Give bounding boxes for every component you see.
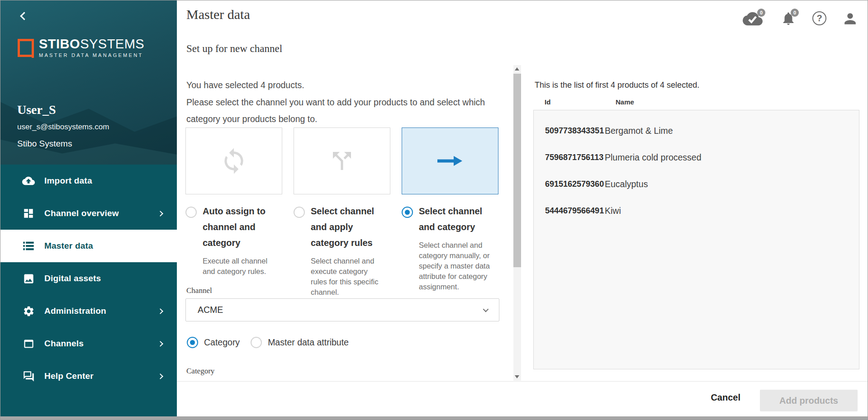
channel-field-label: Channel	[186, 286, 212, 295]
sidebar-item-administration[interactable]: Administration	[0, 295, 177, 327]
section-subtitle: Set up for new channel	[186, 43, 282, 55]
option-auto-assign[interactable]: Auto assign to channel and category Exec…	[185, 203, 294, 297]
product-id: 7596871756113	[534, 153, 605, 162]
card-select-channel-category[interactable]	[402, 127, 498, 194]
scrollbar-up-arrow-icon[interactable]	[515, 67, 519, 71]
sidebar-menu: Import data Channel overview Master data	[0, 165, 177, 392]
product-name: Eucalyptus	[605, 179, 648, 189]
stibo-systems-logo: STIBOSYSTEMS MASTER DATA MANAGEMENT	[18, 38, 144, 58]
vertical-scrollbar[interactable]	[513, 65, 521, 381]
option-title: Auto assign to channel and category	[203, 203, 274, 251]
sync-icon	[220, 147, 248, 175]
table-row: 7596871756113 Plumeria cold processed	[534, 144, 859, 171]
help-icon[interactable]: ?	[812, 11, 826, 25]
chevron-right-icon	[157, 308, 163, 314]
logo-brand-bold: STIBO	[39, 37, 80, 51]
radio-unselected-icon[interactable]	[251, 337, 262, 348]
product-id: 6915162579360	[534, 179, 605, 189]
help-glyph: ?	[812, 11, 826, 25]
sidebar: STIBOSYSTEMS MASTER DATA MANAGEMENT User…	[0, 0, 177, 417]
product-name: Plumeria cold processed	[605, 152, 702, 163]
table-row: 6915162579360 Eucalyptus	[534, 171, 859, 198]
page-title: Master data	[186, 7, 250, 22]
mode-option-label[interactable]: Category	[204, 337, 240, 348]
radio-selected-icon[interactable]	[187, 337, 198, 348]
user-name: User_S	[17, 103, 56, 117]
sidebar-item-label: Import data	[44, 176, 162, 186]
option-title: Select channel and category	[419, 203, 498, 235]
sync-status-cloud-icon[interactable]: 0	[743, 10, 763, 27]
sidebar-item-import-data[interactable]: Import data	[0, 165, 177, 197]
option-description: Select channel and execute category rule…	[311, 256, 382, 297]
radio-unselected-icon[interactable]	[294, 207, 305, 218]
option-title: Select channel and apply category rules	[311, 203, 382, 251]
dashboard-grid-icon	[22, 207, 35, 220]
notification-badge: 0	[791, 9, 799, 17]
chevron-down-icon	[483, 307, 489, 312]
cloud-upload-icon	[22, 175, 35, 187]
scrollbar-down-arrow-icon[interactable]	[515, 375, 519, 378]
image-icon	[22, 272, 35, 285]
add-products-button[interactable]: Add products	[760, 390, 858, 411]
option-description: Select channel and category manually, or…	[419, 240, 498, 292]
app-window: STIBOSYSTEMS MASTER DATA MANAGEMENT User…	[0, 0, 868, 420]
column-header-name: Name	[616, 98, 634, 106]
sidebar-item-master-data[interactable]: Master data	[0, 230, 177, 262]
option-select-channel-category[interactable]: Select channel and category Select chann…	[402, 203, 510, 297]
footer-action-bar: Cancel Add products	[177, 381, 868, 417]
user-organization: Stibo Systems	[17, 139, 72, 149]
card-auto-assign[interactable]	[185, 127, 282, 194]
product-name: Kiwi	[605, 206, 621, 216]
channel-dropdown[interactable]: ACME	[185, 298, 499, 321]
sidebar-item-label: Channel overview	[44, 208, 158, 218]
table-row: 5444679566491 Kiwi	[534, 198, 859, 224]
status-badge: 0	[757, 9, 765, 17]
sidebar-item-help-center[interactable]: Help Center	[0, 360, 177, 392]
intro-line: category your products belong to.	[186, 111, 485, 128]
notifications-bell-icon[interactable]: 0	[781, 10, 796, 27]
option-description: Execute all channel and category rules.	[203, 256, 274, 277]
table-row: 5097738343351 Bergamot & Lime	[534, 118, 859, 144]
sidebar-item-channel-overview[interactable]: Channel overview	[0, 197, 177, 230]
scrollbar-thumb[interactable]	[513, 74, 521, 267]
category-mode-radio-group: Category Master data attribute	[187, 337, 349, 348]
mode-option-label[interactable]: Master data attribute	[268, 337, 349, 348]
assignment-radio-group: Auto assign to channel and category Exec…	[185, 203, 510, 297]
sidebar-item-digital-assets[interactable]: Digital assets	[0, 262, 177, 295]
assignment-option-cards	[185, 127, 498, 194]
product-id: 5444679566491	[534, 206, 605, 216]
sidebar-item-label: Digital assets	[44, 274, 162, 283]
logo-tagline: MASTER DATA MANAGEMENT	[39, 52, 144, 58]
setup-scroll-area: You have selected 4 products. Please sel…	[177, 65, 513, 381]
category-field-label: Category	[186, 367, 214, 376]
split-arrow-icon	[328, 147, 356, 175]
sidebar-item-label: Administration	[44, 306, 158, 316]
option-apply-category-rules[interactable]: Select channel and apply category rules …	[294, 203, 402, 297]
logo-brand: STIBOSYSTEMS	[39, 38, 144, 51]
column-header-id: Id	[545, 98, 550, 106]
data-list-icon	[22, 240, 35, 252]
product-list-summary: This is the list of first 4 products of …	[535, 80, 699, 90]
channel-dropdown-value: ACME	[198, 305, 223, 315]
intro-line: Please select the channel you want to ad…	[186, 94, 485, 111]
logo-square-icon	[18, 39, 34, 57]
window-card-icon	[22, 337, 35, 350]
sidebar-item-channels[interactable]: Channels	[0, 327, 177, 360]
cancel-button[interactable]: Cancel	[711, 392, 740, 403]
sidebar-item-label: Master data	[44, 241, 162, 251]
user-email: user_s@stibosystems.com	[17, 123, 109, 132]
radio-selected-icon[interactable]	[402, 207, 413, 218]
product-name: Bergamot & Lime	[605, 126, 673, 136]
radio-unselected-icon[interactable]	[185, 207, 197, 218]
logo-brand-light: SYSTEMS	[80, 37, 144, 51]
card-apply-category-rules[interactable]	[294, 127, 390, 194]
sidebar-item-label: Channels	[44, 339, 158, 349]
product-list: 5097738343351 Bergamot & Lime 7596871756…	[533, 110, 859, 369]
sidebar-item-label: Help Center	[44, 371, 158, 381]
chat-bubbles-icon	[22, 370, 35, 382]
arrow-right-icon	[437, 156, 463, 166]
chevron-right-icon	[157, 341, 163, 347]
window-bottom-edge	[0, 416, 868, 420]
profile-icon[interactable]	[842, 10, 859, 27]
product-id: 5097738343351	[534, 126, 605, 136]
